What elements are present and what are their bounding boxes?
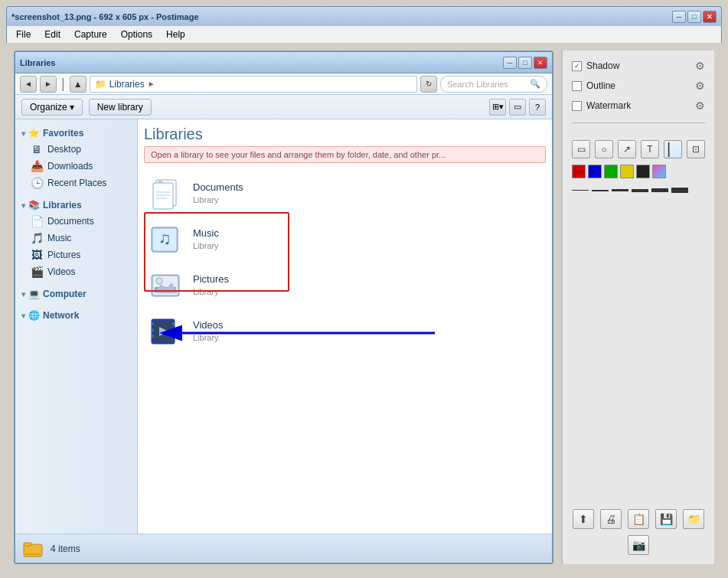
sidebar-item-pictures[interactable]: 🖼 Pictures [15, 247, 137, 263]
app-close-button[interactable]: ✕ [703, 11, 717, 23]
menu-options[interactable]: Options [115, 28, 158, 41]
sidebar-documents-label: Documents [47, 216, 94, 227]
sidebar-item-documents[interactable]: 📄 Documents [15, 213, 137, 230]
address-separator: | [61, 76, 65, 92]
sidebar-desktop-label: Desktop [47, 144, 81, 155]
library-item-videos[interactable]: Videos Library [144, 310, 546, 353]
breadcrumb-icon: 📁 [95, 79, 106, 90]
back-button[interactable]: ◄ [20, 76, 37, 93]
music-library-icon: ♫ [149, 221, 185, 258]
folder-button[interactable]: 📁 [683, 509, 704, 529]
menu-capture[interactable]: Capture [68, 28, 113, 41]
camera-button[interactable]: 📷 [628, 535, 649, 555]
library-item-documents[interactable]: Documents Library [144, 172, 546, 215]
forward-button[interactable]: ► [40, 76, 57, 93]
new-library-label: New library [97, 102, 143, 113]
up-button[interactable]: ▲ [70, 76, 87, 93]
color-blue[interactable] [588, 165, 602, 178]
address-breadcrumb[interactable]: 📁 Libraries ► [90, 76, 417, 93]
explorer-close-button[interactable]: ✕ [534, 57, 547, 69]
library-item-music[interactable]: ♫ Music Library [144, 218, 546, 261]
videos-type: Library [193, 332, 224, 343]
sidebar-item-recent[interactable]: 🕒 Recent Places [15, 175, 137, 191]
search-box[interactable]: Search Libraries 🔍 [440, 76, 547, 93]
color-red[interactable] [572, 165, 586, 178]
arrow-tool[interactable]: ↗ [618, 140, 636, 158]
sidebar-libraries-header[interactable]: 📚 Libraries [15, 198, 137, 213]
documents-nav-icon: 📄 [31, 215, 43, 227]
copy-button[interactable]: 📋 [628, 509, 649, 529]
color-yellow[interactable] [620, 165, 634, 178]
search-placeholder: Search Libraries [447, 80, 508, 89]
menu-help[interactable]: Help [160, 28, 191, 41]
toolbar: Organize ▾ New library ⊞▾ ▭ ? [15, 95, 552, 119]
line-7px[interactable] [671, 188, 688, 193]
music-type: Library [193, 240, 219, 251]
line-2px[interactable] [592, 190, 609, 191]
highlight-tool[interactable]: ▏ [664, 140, 682, 158]
watermark-label: Watermark [586, 100, 631, 111]
recent-icon: 🕒 [31, 177, 43, 189]
crop-tool[interactable]: ⊡ [687, 140, 705, 158]
svg-rect-19 [152, 328, 154, 331]
help-button[interactable]: ? [529, 99, 546, 116]
print-button[interactable]: 🖨 [600, 509, 622, 529]
explorer-minimize-button[interactable]: ─ [503, 57, 517, 69]
libraries-nav-label: Libraries [43, 200, 82, 211]
videos-name: Videos [193, 319, 224, 332]
new-library-button[interactable]: New library [89, 99, 152, 116]
organize-button[interactable]: Organize ▾ [21, 99, 83, 116]
toolbar-right: ⊞▾ ▭ ? [489, 99, 546, 116]
sidebar-computer-header[interactable]: 💻 Computer [15, 286, 137, 302]
search-icon: 🔍 [530, 79, 540, 89]
outline-checkbox[interactable] [572, 81, 582, 91]
sidebar-libraries-section: 📚 Libraries 📄 Documents 🎵 Music 🖼 [15, 198, 137, 280]
menu-edit[interactable]: Edit [38, 28, 67, 41]
app-menubar: File Edit Capture Options Help [6, 26, 722, 43]
watermark-checkbox[interactable] [572, 101, 582, 111]
statusbar-folder-icon [21, 537, 44, 560]
explorer-maximize-button[interactable]: □ [518, 57, 532, 69]
text-tool[interactable]: T [641, 140, 659, 158]
library-item-pictures[interactable]: Pictures Library [144, 264, 546, 307]
sidebar-item-downloads[interactable]: 📥 Downloads [15, 158, 137, 175]
sidebar-item-music[interactable]: 🎵 Music [15, 230, 137, 247]
documents-library-label: Documents Library [193, 181, 243, 205]
color-pink[interactable] [652, 165, 666, 178]
save-button[interactable]: 💾 [655, 509, 677, 529]
sidebar-downloads-label: Downloads [47, 161, 93, 171]
app-maximize-button[interactable]: □ [687, 11, 701, 23]
outline-gear-icon[interactable]: ⚙ [695, 80, 705, 92]
view-options-button[interactable]: ⊞▾ [489, 99, 506, 116]
app-minimize-button[interactable]: ─ [672, 11, 686, 23]
libraries-heading: Libraries [144, 126, 546, 143]
shadow-label: Shadow [586, 60, 619, 71]
line-1px[interactable] [572, 190, 589, 191]
line-3px[interactable] [612, 189, 628, 191]
explorer-titlebar: Libraries ─ □ ✕ [15, 52, 552, 73]
tools-row-1: ▭ ○ ↗ T ▏ ⊡ [572, 140, 705, 158]
svg-rect-23 [172, 335, 175, 338]
sidebar-item-desktop[interactable]: 🖥 Desktop [15, 141, 137, 158]
color-black[interactable] [636, 165, 650, 178]
svg-point-15 [156, 278, 162, 284]
sidebar-pictures-label: Pictures [47, 250, 80, 260]
menu-file[interactable]: File [10, 28, 37, 41]
line-4px[interactable] [632, 189, 648, 192]
sidebar-favorites-header[interactable]: ⭐ Favorites [15, 126, 137, 141]
watermark-gear-icon[interactable]: ⚙ [695, 100, 705, 112]
sidebar-network-header[interactable]: 🌐 Network [15, 308, 137, 323]
shadow-checkbox[interactable] [572, 61, 582, 71]
line-5px[interactable] [651, 188, 668, 192]
ellipse-tool[interactable]: ○ [595, 140, 613, 158]
explorer-window: Libraries ─ □ ✕ ◄ ► | ▲ 📁 Libraries ► ↻ [14, 51, 553, 564]
refresh-button[interactable]: ↻ [420, 76, 437, 93]
upload-button[interactable]: ⬆ [573, 509, 594, 529]
color-green[interactable] [604, 165, 618, 178]
svg-rect-20 [152, 335, 154, 338]
sidebar-item-videos[interactable]: 🎬 Videos [15, 263, 137, 280]
shadow-gear-icon[interactable]: ⚙ [695, 60, 705, 72]
preview-button[interactable]: ▭ [509, 99, 526, 116]
explorer-titlebar-btns: ─ □ ✕ [503, 57, 547, 69]
rectangle-tool[interactable]: ▭ [572, 140, 590, 158]
